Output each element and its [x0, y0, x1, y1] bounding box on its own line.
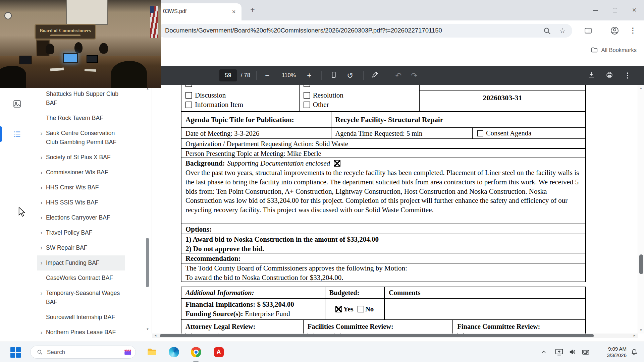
pdf-page[interactable]: Discussion Information Item Resolution O… — [152, 85, 638, 334]
rotate-button[interactable]: ↺ — [347, 71, 353, 80]
folder-icon — [591, 46, 598, 54]
vertical-scrollbar-thumb[interactable] — [639, 254, 643, 274]
window-maximize-button[interactable] — [605, 0, 625, 20]
foreground-person — [0, 66, 26, 88]
chevron-right-icon[interactable]: › — [37, 328, 46, 337]
minimize-icon — [593, 10, 598, 11]
bookmark-item[interactable]: ›Sourcewell Internship BAF — [37, 310, 125, 325]
browser-menu-icon[interactable]: ⋮ — [628, 25, 638, 36]
bookmark-label: The Rock Tavern BAF — [46, 114, 125, 123]
chevron-right-icon[interactable]: › — [37, 289, 46, 298]
meeting-video-overlay[interactable]: Board of Commissioners — [0, 0, 161, 88]
all-bookmarks-button[interactable]: All Bookmarks — [591, 46, 637, 54]
sidebar-scrollbar[interactable]: ▲ ▼ — [145, 85, 150, 334]
tray-volume-icon[interactable] — [569, 348, 576, 356]
bookmark-item[interactable]: ›SW Repair BAF — [37, 240, 125, 255]
form-row-type: Discussion Information Item Resolution O… — [181, 85, 585, 111]
chevron-right-icon[interactable]: › — [37, 198, 46, 207]
form-row-topic: Agenda Topic Title for Publication: Recy… — [181, 111, 585, 127]
scroll-up-arrow[interactable]: ▲ — [638, 86, 644, 90]
bookmark-item[interactable]: ›Elections Carryover BAF — [37, 210, 125, 225]
acrobat-icon[interactable]: A — [213, 347, 224, 357]
print-button[interactable] — [606, 71, 613, 80]
zoom-in-button[interactable]: + — [307, 71, 311, 79]
page-number-input[interactable] — [219, 69, 237, 81]
taskbar-clock[interactable]: 9:09 AM 3/3/2026 — [594, 346, 627, 358]
additional-info-table: Additional Information: Budgeted: Commen… — [181, 287, 586, 334]
chevron-right-icon[interactable]: › — [37, 129, 46, 138]
pdf-menu-icon[interactable]: ⋮ — [624, 71, 631, 79]
bookmark-item[interactable]: ›HHS SSIS Wts BAF — [37, 195, 125, 210]
clapperboard-icon[interactable] — [123, 348, 132, 357]
bookmark-item[interactable]: ›Northern Pines Lease BAF — [37, 325, 125, 340]
bookmark-item[interactable]: ›Travel Policy BAF — [37, 225, 125, 240]
close-icon: ✕ — [632, 7, 637, 14]
budgeted-label: Budgeted: — [325, 287, 384, 298]
agenda-topic-value: Recycle Facility- Structural Repair — [331, 112, 585, 127]
bookmark-item[interactable]: ›Impact Funding BAF — [37, 255, 125, 270]
chrome-icon[interactable] — [191, 347, 201, 357]
scroll-down-arrow[interactable]: ▼ — [638, 328, 644, 332]
scroll-right-arrow[interactable]: ► — [633, 334, 636, 338]
scroll-down-arrow[interactable]: ▼ — [145, 327, 150, 331]
chevron-right-icon[interactable]: › — [37, 153, 46, 162]
tray-display-icon[interactable] — [555, 348, 564, 356]
start-button[interactable] — [10, 347, 21, 358]
tray-keyboard-icon[interactable] — [582, 348, 590, 356]
outline-view-icon[interactable] — [13, 130, 21, 140]
window-close-button[interactable]: ✕ — [625, 0, 644, 20]
edge-icon[interactable] — [168, 347, 179, 357]
bookmark-label: HHS SSIS Wts BAF — [46, 198, 125, 207]
bookmark-item[interactable]: ›Society of St Pius X BAF — [37, 150, 125, 165]
scroll-left-arrow[interactable]: ◄ — [154, 334, 157, 338]
tray-chevron-up-icon[interactable] — [541, 349, 547, 355]
profile-avatar-icon[interactable] — [609, 25, 620, 36]
bookmark-star-icon[interactable]: ☆ — [558, 26, 567, 35]
zoom-out-button[interactable]: − — [265, 71, 269, 79]
window-minimize-button[interactable] — [586, 0, 605, 20]
consent-agenda-label: Consent Agenda — [486, 128, 531, 138]
taskbar: Search A 9:09 AM 3/3/2026 — [0, 342, 644, 362]
chevron-right-icon[interactable]: › — [37, 168, 46, 177]
address-bar[interactable]: Documents/Government/Board%20of%20Commis… — [158, 24, 572, 38]
thumbnails-view-icon[interactable] — [13, 100, 21, 110]
bookmark-item[interactable]: ›Commissioner Wts BAF — [37, 165, 125, 180]
kebab-glyph: ⋮ — [630, 26, 637, 35]
form-row-organization: Organization / Department Requesting Act… — [181, 138, 585, 148]
date-of-meeting: Date of Meeting: 3-3-2026 — [181, 128, 331, 138]
file-explorer-icon[interactable] — [147, 347, 157, 357]
chevron-right-icon[interactable]: › — [37, 183, 46, 192]
undo-button[interactable]: ↶ — [395, 71, 401, 80]
label-resolution: Resolution — [313, 91, 343, 100]
bookmark-item[interactable]: ›Shattucks Hub Supper Club BAF — [37, 86, 125, 111]
board-sign-text: Board of Commissioners — [40, 28, 91, 34]
bookmark-item[interactable]: ›HHS Cmsr Wts BAF — [37, 180, 125, 195]
tab-close-icon[interactable]: ✕ — [230, 8, 237, 15]
redo-button[interactable]: ↷ — [411, 71, 417, 80]
notification-bell-icon[interactable] — [631, 348, 638, 356]
side-panel-icon[interactable] — [583, 25, 593, 36]
chevron-right-icon[interactable]: › — [37, 213, 46, 222]
cell-doc-number: 20260303-31 — [419, 85, 585, 111]
person-silhouette — [74, 42, 83, 53]
tab-title: 03WS.pdf — [163, 8, 186, 14]
download-button[interactable] — [588, 71, 595, 80]
taskbar-search[interactable]: Search — [30, 346, 136, 359]
chevron-right-icon[interactable]: › — [37, 228, 46, 237]
annotate-button[interactable] — [371, 71, 379, 80]
bookmark-item[interactable]: ›CaseWorks Contract BAF — [37, 270, 125, 286]
zoom-search-icon[interactable] — [543, 26, 551, 35]
horizontal-scrollbar-thumb[interactable] — [160, 334, 594, 337]
vertical-scrollbar[interactable]: ▲ ▼ — [638, 85, 644, 334]
clock-date: 3/3/2026 — [594, 352, 627, 358]
sidebar-scrollbar-thumb[interactable] — [146, 238, 149, 287]
checkbox-discussion — [185, 92, 192, 99]
bookmark-item[interactable]: ›Temporary-Seasonal Wages BAF — [37, 286, 125, 310]
horizontal-scrollbar[interactable]: ◄ ► — [152, 334, 638, 338]
chevron-right-icon[interactable]: › — [37, 258, 46, 267]
bookmark-item[interactable]: ›The Rock Tavern BAF — [37, 111, 125, 126]
fit-to-page-button[interactable] — [330, 71, 337, 80]
chevron-right-icon[interactable]: › — [37, 243, 46, 252]
new-tab-button[interactable]: + — [248, 6, 257, 14]
bookmark-item[interactable]: ›Sauk Centre Conservation Club Gambling … — [37, 126, 125, 150]
